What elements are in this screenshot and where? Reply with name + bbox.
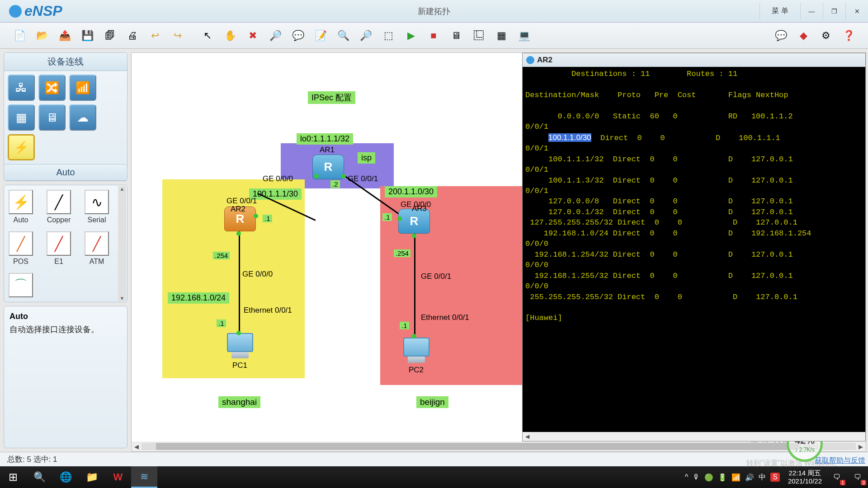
terminal-output[interactable]: Destinations : 11 Routes : 11 Destinatio… xyxy=(523,67,865,432)
ar3-ip1: .1 xyxy=(382,213,392,221)
minimize-button[interactable]: — xyxy=(800,3,823,20)
help-button[interactable]: ❓ xyxy=(838,26,859,45)
clock-date: 2021/10/22 xyxy=(788,477,822,485)
net2-label: 200.1.1.0/30 xyxy=(385,186,437,197)
conn-type-auto[interactable]: ⚡Auto xyxy=(9,190,33,224)
taskbar-clock[interactable]: 22:14 周五 2021/10/22 xyxy=(783,469,826,485)
start-button[interactable]: ▶ xyxy=(401,26,421,45)
capture-button[interactable]: 🖥 xyxy=(446,26,467,45)
wifi-icon[interactable]: 📶 xyxy=(731,473,741,482)
new-file-button[interactable]: 📄 xyxy=(9,26,30,45)
wlan-category-icon[interactable]: 📶 xyxy=(69,75,96,101)
topology-canvas[interactable]: IPSec 配置 lo0:1.1.1.1/32 isp 100.1.1.1/30… xyxy=(132,53,866,441)
explorer-button[interactable]: 📁 xyxy=(79,466,105,488)
scroll-right-icon[interactable]: ▶ xyxy=(856,443,866,450)
stop-button[interactable]: ■ xyxy=(423,26,444,45)
firewall-category-icon[interactable]: ▦ xyxy=(8,104,35,131)
maximize-button[interactable]: ❐ xyxy=(823,3,845,20)
ime-icon[interactable]: 中 xyxy=(759,473,766,482)
pc1-eth: Ethernet 0/0/1 xyxy=(244,306,292,315)
pc1-node[interactable]: PC1 xyxy=(224,333,256,360)
canvas-hscroll[interactable]: ◀ ▶ xyxy=(132,441,866,451)
ensp-taskbar-button[interactable]: ≋ xyxy=(131,466,157,488)
desc-body: 自动选择接口连接设备。 xyxy=(9,324,122,335)
conn-scroll[interactable]: ▲▼ xyxy=(118,186,126,301)
zoomin-tool[interactable]: 🔍 xyxy=(333,26,354,45)
pointer-tool[interactable]: ↖ xyxy=(197,26,218,45)
open-button[interactable]: 📂 xyxy=(32,26,52,45)
connection-category-icon[interactable] xyxy=(8,134,35,160)
conn-type-atm[interactable]: ╱ATM xyxy=(85,231,109,266)
link-dot xyxy=(412,234,416,238)
terminal-icon xyxy=(526,56,534,64)
net1-label: 100.1.1.1/30 xyxy=(249,188,302,200)
description-panel: Auto 自动选择接口连接设备。 xyxy=(4,306,127,448)
wps-button[interactable]: W xyxy=(105,466,131,488)
print-button[interactable]: 🖨 xyxy=(122,26,143,45)
link-dot xyxy=(412,334,416,338)
terminal-titlebar[interactable]: AR2 xyxy=(523,53,865,67)
link-dot xyxy=(236,231,241,236)
conn-type-serial[interactable]: ∿Serial xyxy=(85,190,109,224)
battery-icon[interactable]: 🔋 xyxy=(718,473,727,482)
sidebar: 设备连线 🖧 🔀 📶 ▦ 🖥 ☁ Auto ▲▼ ⚡Auto╱Copper∿Se… xyxy=(0,49,131,452)
terminal-hscroll[interactable]: ◀ xyxy=(523,432,865,441)
notification-icon-2[interactable]: 🗨3 xyxy=(847,468,868,486)
huawei-button[interactable]: ◆ xyxy=(793,26,814,45)
volume-icon[interactable]: 🔊 xyxy=(745,473,754,482)
conn-type-pos[interactable]: ╱POS xyxy=(9,231,33,266)
redo-button[interactable]: ↪ xyxy=(167,26,188,45)
grid-button[interactable]: ▦ xyxy=(491,26,512,45)
link-ar3-pc2 xyxy=(414,234,415,342)
tray-expand-icon[interactable]: ^ xyxy=(685,473,689,481)
saveall-button[interactable]: 🗐 xyxy=(99,26,120,45)
search-button[interactable]: 🔍 xyxy=(26,466,52,488)
pc-icon xyxy=(401,338,432,365)
start-button[interactable]: ⊞ xyxy=(0,466,26,488)
feedback-link[interactable]: 获取帮助与反馈 xyxy=(815,456,865,465)
pc2-label: PC2 xyxy=(409,366,424,375)
menu-button[interactable]: 菜 单 xyxy=(760,3,800,20)
mic-icon[interactable]: 🎙 xyxy=(693,473,700,481)
inspect-tool[interactable]: 🔎 xyxy=(265,26,286,45)
fit-tool[interactable]: ⬚ xyxy=(378,26,399,45)
message-button[interactable]: 💬 xyxy=(770,26,791,45)
terminal-window[interactable]: AR2 Destinations : 11 Routes : 11 Destin… xyxy=(522,53,866,441)
ar3-node[interactable]: AR3 R xyxy=(398,209,430,234)
sogou-icon[interactable]: S xyxy=(770,473,780,482)
pc2-node[interactable]: PC2 xyxy=(401,338,432,365)
status-bar: 总数: 5 选中: 1 xyxy=(0,452,868,466)
export-button[interactable]: 📤 xyxy=(54,26,75,45)
undo-button[interactable]: ↩ xyxy=(145,26,165,45)
conn-type-copper[interactable]: ╱Copper xyxy=(47,190,71,224)
save-button[interactable]: 💾 xyxy=(77,26,98,45)
pan-tool[interactable]: ✋ xyxy=(220,26,241,45)
notification-icon-1[interactable]: 🗨1 xyxy=(826,468,847,486)
text-tool[interactable]: 📝 xyxy=(310,26,331,45)
router-category-icon[interactable]: 🖧 xyxy=(8,75,35,101)
pc-category-icon[interactable]: 🖥 xyxy=(38,104,66,131)
conn-type-e1[interactable]: ╱E1 xyxy=(47,231,71,266)
close-button[interactable]: ✕ xyxy=(845,3,868,20)
browser-button[interactable]: 🌐 xyxy=(52,466,79,488)
settings-button[interactable]: ⚙ xyxy=(816,26,836,45)
clock-time: 22:14 周五 xyxy=(788,469,822,477)
ar2-node[interactable]: AR2 R xyxy=(224,206,256,231)
conn-type-extra[interactable]: ⌒ xyxy=(9,273,33,297)
window-title: 新建拓扑 xyxy=(418,6,450,17)
switch-category-icon[interactable]: 🔀 xyxy=(38,75,66,101)
pc2-eth: Ethernet 0/0/1 xyxy=(421,313,469,322)
cloud-category-icon[interactable]: ☁ xyxy=(69,104,96,131)
delete-tool[interactable]: ✖ xyxy=(242,26,263,45)
ar3-ip254: .254 xyxy=(394,249,410,257)
zoomout-tool[interactable]: 🔎 xyxy=(355,26,376,45)
security-icon[interactable]: 🟢 xyxy=(704,473,713,482)
status-text: 总数: 5 选中: 1 xyxy=(7,454,57,465)
note-tool[interactable]: 💬 xyxy=(288,26,308,45)
main-area: 设备连线 🖧 🔀 📶 ▦ 🖥 ☁ Auto ▲▼ ⚡Auto╱Copper∿Se… xyxy=(0,49,868,452)
topology-button[interactable]: ⿺ xyxy=(468,26,489,45)
display-button[interactable]: 💻 xyxy=(514,26,534,45)
ar2-ge001: GE 0/0/1 xyxy=(226,197,257,206)
scroll-left-icon[interactable]: ◀ xyxy=(132,443,142,450)
lan1-label: 192.168.1.0/24 xyxy=(168,292,229,304)
